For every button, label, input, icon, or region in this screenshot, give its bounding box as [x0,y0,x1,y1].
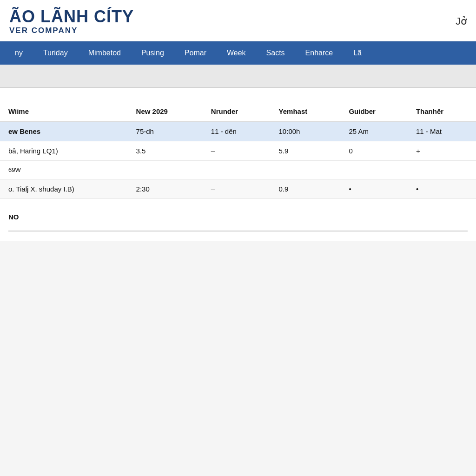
cell-thanher: + [408,141,476,160]
cell-new2029: 3.5 [128,141,203,160]
navbar-item[interactable]: Lã [343,41,372,65]
data-table: WiimeNew 2029NrunderYemhastGuidberThanhê… [0,102,476,199]
cell-guidber: 25 Am [340,121,407,141]
navbar-item[interactable]: Sacts [256,41,295,65]
navbar-item[interactable]: Turiday [33,41,78,65]
navbar-item[interactable]: Mimbetod [78,41,131,65]
divider [0,88,476,97]
navbar-item[interactable]: Pusing [131,41,174,65]
cell-guidber: • [340,179,407,198]
navbar: nyTuridayMimbetodPusingPomarWeekSactsEnh… [0,41,476,65]
sub-header-bar [0,65,476,88]
footer-area: NO [0,199,476,241]
navbar-item[interactable]: Pomar [174,41,217,65]
cell-nrunder: – [203,179,271,198]
table-row-label: 69W [0,160,476,179]
table-row: o. Tialj X. shuđay I.B)2:30–0.9•• [0,179,476,198]
table-col-header: Thanhêr [408,102,476,121]
footer-text: NO [8,213,19,221]
table-body: ew Benes75-dh11 - dên10:00h25 Am11 - Mat… [0,121,476,199]
cell-yemhast: 0.9 [271,179,341,198]
cell-name: bâ, Haring LQ1) [0,141,128,160]
cell-guidber: 0 [340,141,407,160]
navbar-item[interactable]: Week [217,41,256,65]
table-col-header: New 2029 [128,102,203,121]
logo-title: ÃO LÃNH CÍTY [9,7,134,26]
table-col-header: Nrunder [203,102,271,121]
header-right-text: Jở [456,15,467,27]
navbar-item[interactable]: Enharce [295,41,344,65]
table-col-header: Wiime [0,102,128,121]
navbar-item[interactable]: ny [5,41,33,65]
table-row: ew Benes75-dh11 - dên10:00h25 Am11 - Mat [0,121,476,141]
table-header-row: WiimeNew 2029NrunderYemhastGuidberThanhê… [0,102,476,121]
cell-thanher: 11 - Mat [408,121,476,141]
cell-name: o. Tialj X. shuđay I.B) [0,179,128,198]
logo-subtitle: VER COMPANY [9,26,134,35]
cell-nrunder: 11 - dên [203,121,271,141]
cell-yemhast: 5.9 [271,141,341,160]
table-col-header: Yemhast [271,102,341,121]
bottom-border [8,231,468,231]
cell-new2029: 2:30 [128,179,203,198]
logo-block: ÃO LÃNH CÍTY VER COMPANY [9,7,134,35]
cell-yemhast: 10:00h [271,121,341,141]
table-area: WiimeNew 2029NrunderYemhastGuidberThanhê… [0,97,476,199]
cell-name: ew Benes [0,121,128,141]
table-header: WiimeNew 2029NrunderYemhastGuidberThanhê… [0,102,476,121]
cell-thanher: • [408,179,476,198]
cell-new2029: 75-dh [128,121,203,141]
row-sub-label: 69W [0,160,476,179]
page-header: ÃO LÃNH CÍTY VER COMPANY Jở [0,0,476,41]
cell-nrunder: – [203,141,271,160]
table-row: bâ, Haring LQ1)3.5–5.90+ [0,141,476,160]
table-col-header: Guidber [340,102,407,121]
